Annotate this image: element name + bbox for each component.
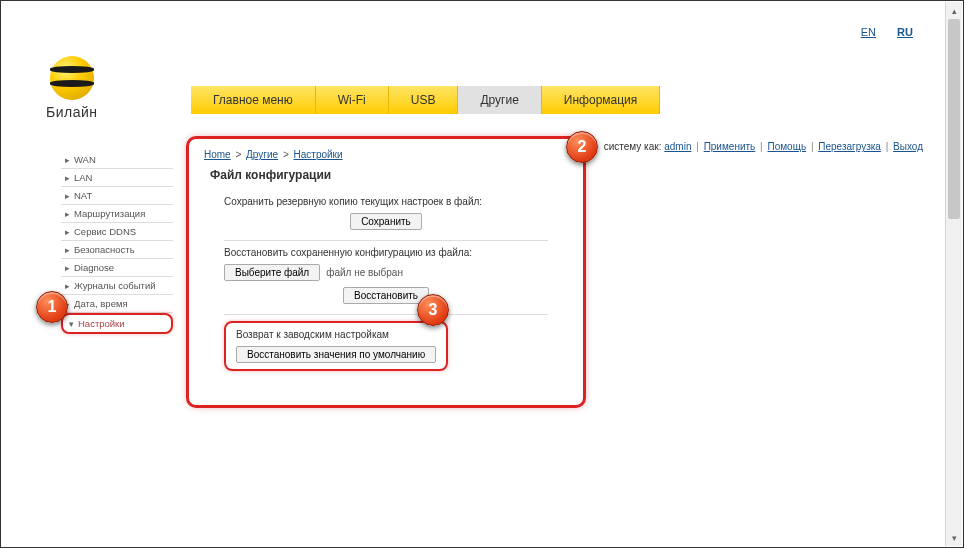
tab-usb[interactable]: USB	[389, 86, 459, 114]
crumb-other[interactable]: Другие	[246, 149, 278, 160]
status-prefix: систему как:	[604, 141, 662, 152]
sidebar-item-ddns[interactable]: Сервис DDNS	[61, 223, 173, 241]
sidebar-item-nat[interactable]: NAT	[61, 187, 173, 205]
save-button[interactable]: Сохранить	[350, 213, 422, 230]
logout-link[interactable]: Выход	[893, 141, 923, 152]
vertical-scrollbar[interactable]: ▴ ▾	[945, 2, 962, 546]
reboot-link[interactable]: Перезагрузка	[818, 141, 881, 152]
annotation-badge-1: 1	[36, 291, 68, 323]
lang-ru-link[interactable]: RU	[897, 26, 913, 38]
sidebar-item-security[interactable]: Безопасность	[61, 241, 173, 259]
apply-link[interactable]: Применить	[704, 141, 756, 152]
logo-text: Билайн	[46, 104, 98, 120]
reset-label: Возврат к заводским настройкам	[236, 329, 436, 340]
crumb-home[interactable]: Home	[204, 149, 231, 160]
annotation-badge-2: 2	[566, 131, 598, 163]
page-title: Файл конфигурации	[210, 168, 568, 182]
annotation-badge-3: 3	[417, 294, 449, 326]
main-panel: Home > Другие > Настройки Файл конфигура…	[186, 136, 586, 408]
restore-label: Восстановить сохраненную конфигурацию из…	[224, 247, 548, 258]
choose-file-button[interactable]: Выберите файл	[224, 264, 320, 281]
status-user-link[interactable]: admin	[664, 141, 691, 152]
section-reset: Возврат к заводским настройкам Восстанов…	[224, 321, 548, 381]
logo: Билайн	[46, 56, 98, 120]
help-link[interactable]: Помощь	[767, 141, 806, 152]
sidebar: WAN LAN NAT Маршрутизация Сервис DDNS Бе…	[61, 151, 173, 334]
section-restore: Восстановить сохраненную конфигурацию из…	[224, 247, 548, 315]
tab-wifi[interactable]: Wi-Fi	[316, 86, 389, 114]
lang-en-link[interactable]: EN	[861, 26, 876, 38]
top-nav: Главное меню Wi-Fi USB Другие Информация	[191, 86, 660, 114]
reset-highlight: Возврат к заводским настройкам Восстанов…	[224, 321, 448, 371]
tab-main-menu[interactable]: Главное меню	[191, 86, 316, 114]
section-save: Сохранить резервную копию текущих настро…	[224, 196, 548, 241]
scroll-down-icon[interactable]: ▾	[946, 529, 962, 546]
restore-button[interactable]: Восстановить	[343, 287, 429, 304]
breadcrumb: Home > Другие > Настройки	[204, 149, 568, 160]
scroll-thumb[interactable]	[948, 19, 960, 219]
sidebar-item-routing[interactable]: Маршрутизация	[61, 205, 173, 223]
logo-icon	[50, 56, 94, 100]
scroll-up-icon[interactable]: ▴	[946, 2, 962, 19]
sidebar-item-lan[interactable]: LAN	[61, 169, 173, 187]
file-status-text: файл не выбран	[326, 267, 403, 278]
crumb-settings[interactable]: Настройки	[294, 149, 343, 160]
tab-info[interactable]: Информация	[542, 86, 660, 114]
tab-other[interactable]: Другие	[458, 86, 541, 114]
sidebar-item-logs[interactable]: Журналы событий	[61, 277, 173, 295]
status-bar: систему как: admin | Применить | Помощь …	[601, 141, 923, 152]
sidebar-item-diagnose[interactable]: Diagnose	[61, 259, 173, 277]
reset-defaults-button[interactable]: Восстановить значения по умолчанию	[236, 346, 436, 363]
sidebar-item-datetime[interactable]: Дата, время	[61, 295, 173, 313]
sidebar-item-settings[interactable]: Настройки	[61, 313, 173, 334]
sidebar-item-wan[interactable]: WAN	[61, 151, 173, 169]
language-bar: EN RU	[843, 26, 913, 38]
save-label: Сохранить резервную копию текущих настро…	[224, 196, 548, 207]
